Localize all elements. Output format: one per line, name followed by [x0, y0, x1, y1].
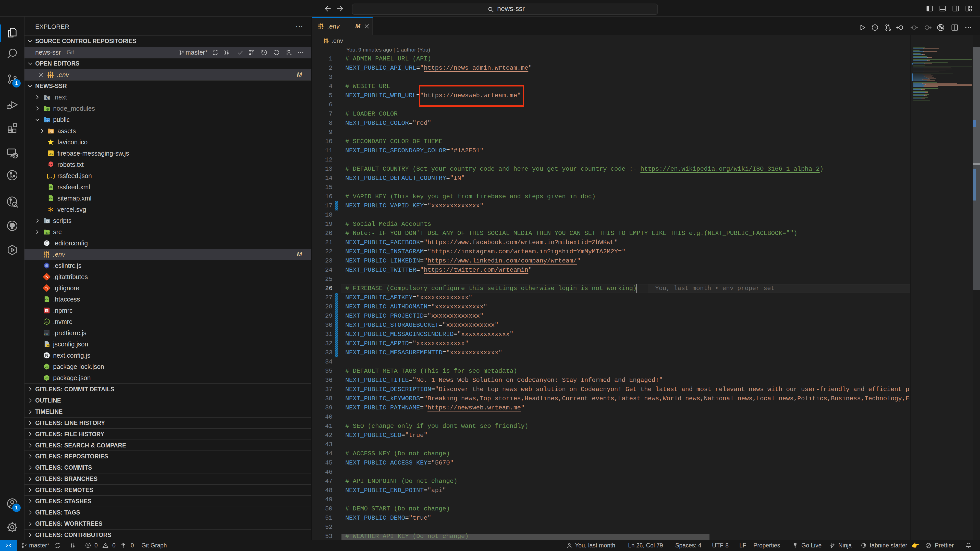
svg-text:<>: <> [49, 186, 52, 189]
svg-text:</>: </> [45, 232, 51, 235]
svg-text:JS: JS [45, 365, 48, 368]
svg-text:JS: JS [49, 152, 53, 156]
svg-text:N: N [46, 97, 49, 100]
svg-text:JS: JS [45, 376, 48, 380]
svg-text:{‥}: {‥} [47, 173, 55, 179]
svg-text:<>: <> [45, 298, 48, 301]
svg-text:<>: <> [49, 197, 52, 200]
svg-text:JS: JS [45, 321, 48, 324]
svg-text:JS: JS [46, 345, 49, 347]
